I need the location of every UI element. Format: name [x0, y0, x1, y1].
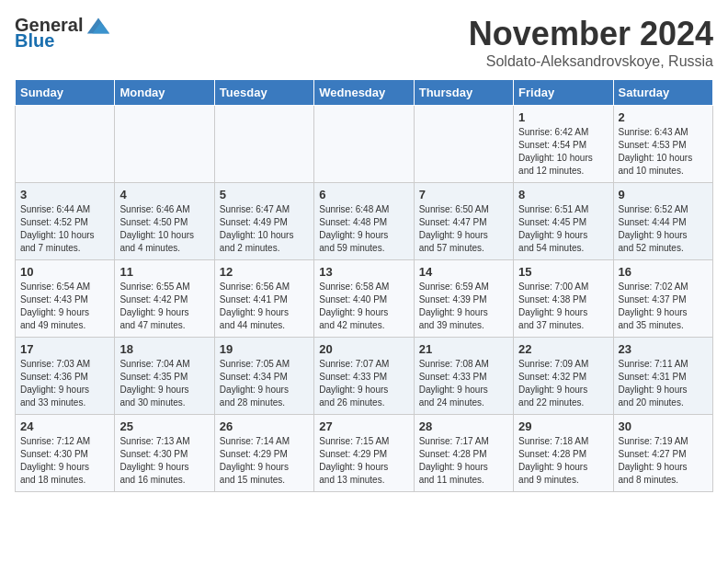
- day-info: Sunrise: 7:05 AM Sunset: 4:34 PM Dayligh…: [220, 358, 309, 409]
- day-number: 6: [319, 188, 408, 201]
- calendar-cell: 11Sunrise: 6:55 AM Sunset: 4:42 PM Dayli…: [115, 260, 214, 338]
- calendar-cell: 3Sunrise: 6:44 AM Sunset: 4:52 PM Daylig…: [16, 183, 115, 260]
- day-info: Sunrise: 6:47 AM Sunset: 4:49 PM Dayligh…: [220, 203, 309, 255]
- day-info: Sunrise: 6:51 AM Sunset: 4:45 PM Dayligh…: [518, 203, 608, 255]
- day-info: Sunrise: 6:46 AM Sunset: 4:50 PM Dayligh…: [119, 203, 209, 255]
- header: General Blue November 2024 Soldato-Aleks…: [15, 15, 713, 70]
- calendar-cell: 2Sunrise: 6:43 AM Sunset: 4:53 PM Daylig…: [613, 106, 712, 183]
- day-number: 29: [518, 419, 608, 433]
- day-info: Sunrise: 7:14 AM Sunset: 4:29 PM Dayligh…: [220, 435, 309, 487]
- calendar-week-4: 17Sunrise: 7:03 AM Sunset: 4:36 PM Dayli…: [16, 338, 713, 415]
- calendar-cell: 22Sunrise: 7:09 AM Sunset: 4:32 PM Dayli…: [514, 338, 613, 415]
- day-info: Sunrise: 7:04 AM Sunset: 4:35 PM Dayligh…: [119, 358, 209, 409]
- calendar-cell: 13Sunrise: 6:58 AM Sunset: 4:40 PM Dayli…: [314, 260, 414, 338]
- day-number: 26: [220, 419, 309, 433]
- day-info: Sunrise: 7:07 AM Sunset: 4:33 PM Dayligh…: [319, 358, 408, 409]
- calendar-cell: 12Sunrise: 6:56 AM Sunset: 4:41 PM Dayli…: [214, 260, 313, 338]
- calendar-week-1: 1Sunrise: 6:42 AM Sunset: 4:54 PM Daylig…: [16, 106, 713, 183]
- month-title: November 2024: [469, 15, 713, 53]
- calendar-cell: [314, 106, 414, 183]
- calendar-table: SundayMondayTuesdayWednesdayThursdayFrid…: [15, 79, 713, 492]
- day-number: 3: [20, 188, 109, 201]
- calendar-cell: 30Sunrise: 7:19 AM Sunset: 4:27 PM Dayli…: [613, 415, 712, 492]
- weekday-header-sunday: Sunday: [16, 80, 115, 106]
- day-number: 27: [319, 419, 408, 433]
- day-info: Sunrise: 7:08 AM Sunset: 4:33 PM Dayligh…: [419, 358, 508, 409]
- calendar-cell: 20Sunrise: 7:07 AM Sunset: 4:33 PM Dayli…: [314, 338, 414, 415]
- calendar-cell: 28Sunrise: 7:17 AM Sunset: 4:28 PM Dayli…: [414, 415, 513, 492]
- weekday-header-row: SundayMondayTuesdayWednesdayThursdayFrid…: [16, 80, 713, 106]
- title-area: November 2024 Soldato-Aleksandrovskoye, …: [469, 15, 713, 70]
- day-number: 1: [518, 110, 608, 124]
- calendar-cell: 1Sunrise: 6:42 AM Sunset: 4:54 PM Daylig…: [514, 106, 613, 183]
- day-number: 8: [518, 188, 608, 201]
- day-number: 10: [20, 265, 109, 279]
- calendar-cell: 9Sunrise: 6:52 AM Sunset: 4:44 PM Daylig…: [613, 183, 712, 260]
- day-number: 15: [518, 265, 608, 279]
- day-info: Sunrise: 7:00 AM Sunset: 4:38 PM Dayligh…: [518, 281, 608, 332]
- day-number: 18: [119, 342, 209, 356]
- day-info: Sunrise: 6:54 AM Sunset: 4:43 PM Dayligh…: [20, 281, 109, 332]
- day-number: 30: [619, 419, 708, 433]
- weekday-header-friday: Friday: [514, 80, 613, 106]
- calendar-cell: 24Sunrise: 7:12 AM Sunset: 4:30 PM Dayli…: [16, 415, 115, 492]
- calendar-cell: 15Sunrise: 7:00 AM Sunset: 4:38 PM Dayli…: [514, 260, 613, 338]
- calendar-week-3: 10Sunrise: 6:54 AM Sunset: 4:43 PM Dayli…: [16, 260, 713, 338]
- day-info: Sunrise: 7:13 AM Sunset: 4:30 PM Dayligh…: [119, 435, 209, 487]
- calendar-cell: 27Sunrise: 7:15 AM Sunset: 4:29 PM Dayli…: [314, 415, 414, 492]
- calendar-cell: 26Sunrise: 7:14 AM Sunset: 4:29 PM Dayli…: [214, 415, 313, 492]
- day-number: 9: [619, 188, 708, 201]
- day-info: Sunrise: 6:52 AM Sunset: 4:44 PM Dayligh…: [619, 203, 708, 255]
- day-number: 24: [20, 419, 109, 433]
- day-info: Sunrise: 7:09 AM Sunset: 4:32 PM Dayligh…: [518, 358, 608, 409]
- day-info: Sunrise: 6:43 AM Sunset: 4:53 PM Dayligh…: [619, 126, 708, 178]
- calendar-week-2: 3Sunrise: 6:44 AM Sunset: 4:52 PM Daylig…: [16, 183, 713, 260]
- calendar-cell: [214, 106, 313, 183]
- day-number: 25: [119, 419, 209, 433]
- day-number: 12: [220, 265, 309, 279]
- weekday-header-tuesday: Tuesday: [214, 80, 313, 106]
- weekday-header-saturday: Saturday: [613, 80, 712, 106]
- day-info: Sunrise: 7:03 AM Sunset: 4:36 PM Dayligh…: [20, 358, 109, 409]
- calendar-cell: [115, 106, 214, 183]
- day-number: 20: [319, 342, 408, 356]
- day-number: 22: [518, 342, 608, 356]
- calendar-cell: 4Sunrise: 6:46 AM Sunset: 4:50 PM Daylig…: [115, 183, 214, 260]
- day-info: Sunrise: 6:56 AM Sunset: 4:41 PM Dayligh…: [220, 281, 309, 332]
- subtitle: Soldato-Aleksandrovskoye, Russia: [469, 53, 713, 70]
- day-info: Sunrise: 7:17 AM Sunset: 4:28 PM Dayligh…: [419, 435, 508, 487]
- day-info: Sunrise: 6:44 AM Sunset: 4:52 PM Dayligh…: [20, 203, 109, 255]
- day-info: Sunrise: 7:19 AM Sunset: 4:27 PM Dayligh…: [619, 435, 708, 487]
- day-number: 16: [619, 265, 708, 279]
- day-info: Sunrise: 7:12 AM Sunset: 4:30 PM Dayligh…: [20, 435, 109, 487]
- day-number: 7: [419, 188, 508, 201]
- day-number: 14: [419, 265, 508, 279]
- calendar-cell: 16Sunrise: 7:02 AM Sunset: 4:37 PM Dayli…: [613, 260, 712, 338]
- day-info: Sunrise: 7:11 AM Sunset: 4:31 PM Dayligh…: [619, 358, 708, 409]
- day-number: 11: [119, 265, 209, 279]
- calendar-cell: 8Sunrise: 6:51 AM Sunset: 4:45 PM Daylig…: [514, 183, 613, 260]
- day-info: Sunrise: 6:50 AM Sunset: 4:47 PM Dayligh…: [419, 203, 508, 255]
- day-info: Sunrise: 6:55 AM Sunset: 4:42 PM Dayligh…: [119, 281, 209, 332]
- day-info: Sunrise: 7:15 AM Sunset: 4:29 PM Dayligh…: [319, 435, 408, 487]
- logo: General Blue: [15, 15, 111, 52]
- day-number: 4: [119, 188, 209, 201]
- calendar-cell: 17Sunrise: 7:03 AM Sunset: 4:36 PM Dayli…: [16, 338, 115, 415]
- calendar-cell: 10Sunrise: 6:54 AM Sunset: 4:43 PM Dayli…: [16, 260, 115, 338]
- calendar-cell: 29Sunrise: 7:18 AM Sunset: 4:28 PM Dayli…: [514, 415, 613, 492]
- day-number: 21: [419, 342, 508, 356]
- day-info: Sunrise: 7:02 AM Sunset: 4:37 PM Dayligh…: [619, 281, 708, 332]
- weekday-header-thursday: Thursday: [414, 80, 513, 106]
- calendar-cell: [414, 106, 513, 183]
- logo-blue: Blue: [15, 30, 54, 52]
- day-number: 23: [619, 342, 708, 356]
- day-info: Sunrise: 7:18 AM Sunset: 4:28 PM Dayligh…: [518, 435, 608, 487]
- calendar-cell: 7Sunrise: 6:50 AM Sunset: 4:47 PM Daylig…: [414, 183, 513, 260]
- day-number: 13: [319, 265, 408, 279]
- day-number: 2: [619, 110, 708, 124]
- logo-icon: [85, 16, 111, 36]
- calendar-cell: 14Sunrise: 6:59 AM Sunset: 4:39 PM Dayli…: [414, 260, 513, 338]
- calendar-cell: 23Sunrise: 7:11 AM Sunset: 4:31 PM Dayli…: [613, 338, 712, 415]
- day-number: 28: [419, 419, 508, 433]
- day-info: Sunrise: 6:58 AM Sunset: 4:40 PM Dayligh…: [319, 281, 408, 332]
